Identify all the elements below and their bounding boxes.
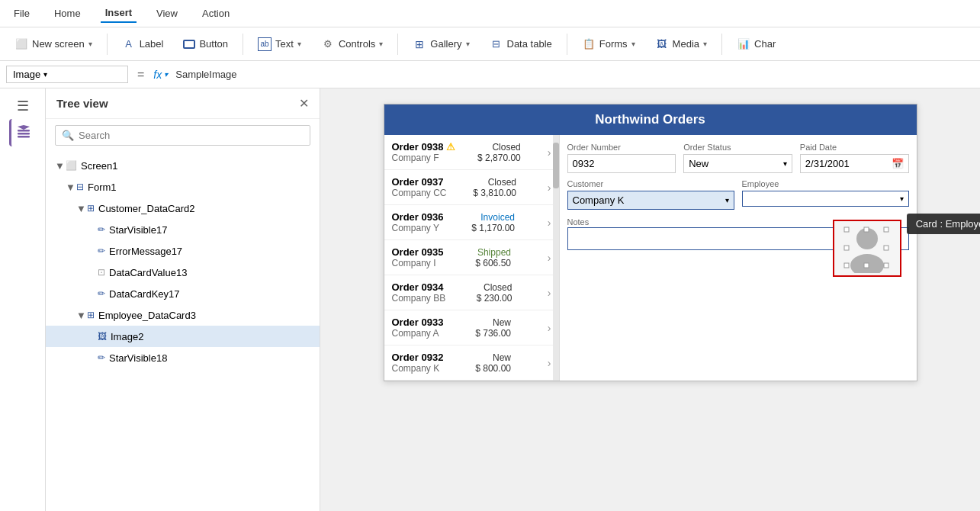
tree-node-form1[interactable]: ▼ ⊟ Form1 (46, 176, 320, 198)
svg-rect-2 (18, 136, 30, 138)
order-chevron-0937: › (548, 182, 551, 194)
tree-label-image2: Image2 (111, 331, 143, 342)
menu-insert[interactable]: Insert (101, 4, 137, 23)
order-status-field: Order Status New ▾ (683, 143, 792, 173)
gallery-icon: ⊞ (413, 37, 426, 51)
tree-node-datacardvalue13[interactable]: ⊡ DataCardValue13 (46, 262, 320, 283)
gallery-button[interactable]: ⊞ Gallery ▾ (404, 33, 477, 56)
tree-node-employee-datacard3[interactable]: ▼ ⊞ Employee_DataCard3 (46, 304, 320, 326)
toolbar-sep-4 (567, 34, 567, 55)
order-number-input[interactable]: 0932 (567, 154, 676, 173)
controls-icon: ⚙ (321, 37, 335, 51)
list-scrollbar[interactable] (553, 135, 559, 381)
tree-panel: Tree view ✕ 🔍 ▼ ⬜ Screen1 ▼ ⊟ Form1 (46, 88, 320, 511)
customer-arrow: ▾ (725, 196, 729, 204)
image-icon: 🖼 (98, 331, 107, 342)
new-screen-chevron: ▾ (88, 40, 92, 48)
svg-rect-11 (884, 246, 888, 250)
data-table-button[interactable]: ⊟ Data table (481, 33, 561, 56)
calendar-icon[interactable]: 📅 (892, 158, 904, 169)
tree-node-errormessage17[interactable]: ✏ ErrorMessage17 (46, 240, 320, 262)
formula-input[interactable]: SampleImage (172, 67, 974, 82)
menu-home[interactable]: Home (50, 5, 85, 22)
form-icon: ⊟ (76, 182, 84, 192)
employee-label: Employee (742, 179, 909, 188)
forms-button[interactable]: 📋 Forms ▾ (574, 33, 644, 56)
order-item-0937[interactable]: Order 0937 Company CC Closed $ 3,810.00 … (384, 170, 559, 205)
tree-close-button[interactable]: ✕ (299, 96, 309, 111)
order-status-arrow: ▾ (783, 159, 787, 168)
paid-date-value: 2/31/2001 (805, 158, 850, 169)
svg-rect-12 (864, 263, 869, 268)
toolbar-sep-1 (107, 34, 108, 55)
tree-node-starvisible17[interactable]: ✏ StarVisible17 (46, 219, 320, 240)
order-item-0932[interactable]: Order 0932 Company K New $ 800.00 › (384, 345, 559, 381)
svg-rect-1 (18, 133, 30, 135)
text-button[interactable]: ab Text ▾ (249, 33, 310, 56)
order-number-field: Order Number 0932 (567, 143, 676, 173)
menu-file[interactable]: File (9, 5, 34, 22)
order-item-0933[interactable]: Order 0933 Company A New $ 736.00 › (384, 310, 559, 345)
paid-date-input[interactable]: 2/31/2001 📅 (800, 154, 909, 173)
order-chevron-0933: › (548, 322, 551, 334)
search-input[interactable] (79, 130, 304, 141)
tree-title: Tree view (56, 97, 108, 110)
tree-search-box[interactable]: 🔍 (55, 125, 310, 146)
order-item-0934[interactable]: Order 0934 Company BB Closed $ 230.00 › (384, 275, 559, 310)
tree-header: Tree view ✕ (46, 88, 320, 119)
order-item-0935[interactable]: Order 0935 Company I Shipped $ 606.50 › (384, 240, 559, 275)
order-left-0938: Order 0938 ⚠ Company F (392, 141, 456, 163)
customer-value: Company K (573, 194, 625, 206)
order-number-value: 0932 (573, 158, 595, 169)
warning-icon-0938: ⚠ (446, 141, 455, 153)
new-screen-button[interactable]: ⬜ New screen ▾ (6, 33, 101, 56)
order-status-select[interactable]: New ▾ (683, 154, 792, 173)
media-icon: 🖼 (655, 37, 669, 51)
employee-card[interactable]: Card : Employee (833, 220, 901, 277)
menu-action[interactable]: Action (198, 5, 234, 22)
hamburger-icon[interactable]: ☰ (14, 95, 32, 117)
customer-field: Customer Company K ▾ (567, 179, 734, 210)
order-chevron-0936: › (548, 217, 551, 229)
svg-rect-10 (864, 227, 869, 232)
sidebar: ☰ (0, 88, 46, 511)
sidebar-layers-icon[interactable] (9, 119, 37, 146)
detail-row-1: Order Number 0932 Order Status New ▾ (567, 143, 909, 173)
order-number-label: Order Number (567, 143, 676, 152)
menu-view[interactable]: View (152, 5, 182, 22)
media-button[interactable]: 🖼 Media ▾ (647, 33, 715, 56)
toolbar-sep-3 (397, 34, 398, 55)
new-screen-icon: ⬜ (14, 37, 28, 51)
employee-arrow: ▾ (900, 194, 904, 203)
forms-icon: 📋 (582, 37, 596, 51)
controls-button[interactable]: ⚙ Controls ▾ (313, 33, 391, 56)
customer-select[interactable]: Company K ▾ (567, 191, 734, 210)
tree-content: ▼ ⬜ Screen1 ▼ ⊟ Form1 ▼ ⊞ Customer_DataC… (46, 152, 320, 511)
employee-select[interactable]: ▾ (742, 191, 909, 207)
tree-node-customer-datacard2[interactable]: ▼ ⊞ Customer_DataCard2 (46, 198, 320, 219)
tree-node-screen1[interactable]: ▼ ⬜ Screen1 (46, 155, 320, 176)
tree-label-datacardkey17: DataCardKey17 (109, 288, 180, 300)
order-item-0936[interactable]: Order 0936 Company Y Invoiced $ 1,170.00… (384, 205, 559, 240)
formula-selector[interactable]: Image ▾ (6, 66, 128, 83)
tree-label-datacardvalue13: DataCardValue13 (109, 267, 187, 278)
tree-node-image2[interactable]: 🖼 Image2 (46, 326, 320, 347)
star-icon-1: ✏ (98, 224, 105, 235)
order-item-0938[interactable]: Order 0938 ⚠ Company F Closed $ 2,870.00… (384, 135, 559, 170)
svg-rect-13 (844, 246, 849, 250)
order-chevron-0935: › (548, 252, 551, 264)
formula-fx-label: fx ▾ (153, 69, 168, 81)
label-button[interactable]: A Label (114, 33, 172, 56)
tree-node-datacardkey17[interactable]: ✏ DataCardKey17 (46, 283, 320, 304)
toolbar-sep-2 (243, 34, 243, 55)
chart-button[interactable]: 📊 Char (728, 33, 784, 56)
tree-node-starvisible18[interactable]: ✏ StarVisible18 (46, 347, 320, 368)
tree-label-customer-datacard2: Customer_DataCard2 (98, 203, 194, 214)
forms-chevron: ▾ (631, 40, 635, 48)
button-button[interactable]: Button (175, 34, 236, 54)
paid-date-field: Paid Date 2/31/2001 📅 (800, 143, 909, 173)
toolbar-sep-5 (721, 34, 722, 55)
app-header: Northwind Orders (384, 104, 917, 135)
label-icon: A (122, 37, 136, 51)
formula-fx-chevron: ▾ (164, 70, 168, 79)
